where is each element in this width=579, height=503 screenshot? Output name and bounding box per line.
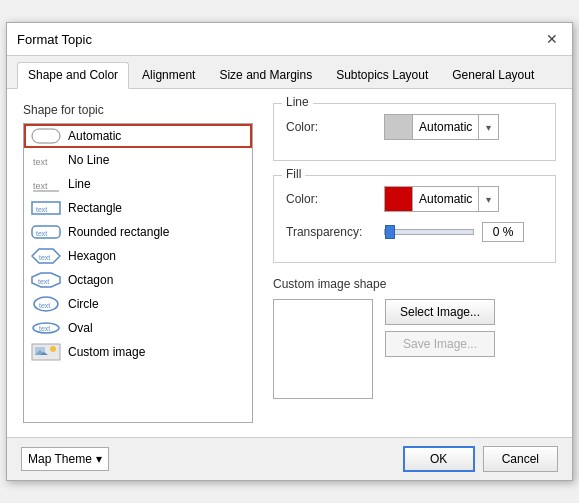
custom-image-row: Select Image... Save Image... (273, 299, 556, 399)
ok-button[interactable]: OK (403, 446, 475, 472)
transparency-row: Transparency: 0 % (286, 222, 543, 242)
tab-size-margins[interactable]: Size and Margins (208, 62, 323, 88)
line-icon: text (30, 175, 62, 193)
shape-label-rectangle: Rectangle (68, 201, 122, 215)
svg-text:text: text (36, 206, 47, 213)
tab-shape-color[interactable]: Shape and Color (17, 62, 129, 89)
right-panel: Line Color: Automatic ▾ Fill Color: (273, 103, 556, 423)
line-color-row: Color: Automatic ▾ (286, 114, 543, 140)
svg-point-20 (50, 346, 56, 352)
shape-label-automatic: Automatic (68, 129, 121, 143)
shape-label-hexagon: Hexagon (68, 249, 116, 263)
custom-image-section-label: Custom image shape (273, 277, 556, 291)
tab-general-layout[interactable]: General Layout (441, 62, 545, 88)
left-panel: Shape for topic Automatic text No Line (23, 103, 253, 423)
line-group-title: Line (282, 95, 313, 109)
fill-group-title: Fill (282, 167, 305, 181)
shape-item-hexagon[interactable]: text Hexagon (24, 244, 252, 268)
footer: Map Theme ▾ OK Cancel (7, 437, 572, 480)
custom-image-box (273, 299, 373, 399)
svg-rect-0 (32, 129, 60, 143)
octagon-icon: text (30, 271, 62, 289)
tab-alignment[interactable]: Alignment (131, 62, 206, 88)
svg-text:text: text (36, 230, 47, 237)
shape-item-no-line[interactable]: text No Line (24, 148, 252, 172)
transparency-slider-container: 0 % (384, 222, 524, 242)
fill-color-row: Color: Automatic ▾ (286, 186, 543, 212)
line-color-swatch (385, 115, 413, 139)
fill-color-swatch (385, 187, 413, 211)
shape-label-rounded-rect: Rounded rectangle (68, 225, 169, 239)
tab-subtopics-layout[interactable]: Subtopics Layout (325, 62, 439, 88)
shape-item-rectangle[interactable]: text Rectangle (24, 196, 252, 220)
theme-label: Map Theme (28, 452, 92, 466)
footer-buttons: OK Cancel (403, 446, 558, 472)
select-image-button[interactable]: Select Image... (385, 299, 495, 325)
custom-image-icon (30, 343, 62, 361)
hexagon-icon: text (30, 247, 62, 265)
svg-text:text: text (38, 278, 49, 285)
shape-item-oval[interactable]: text Oval (24, 316, 252, 340)
cancel-button[interactable]: Cancel (483, 446, 558, 472)
shape-label-line: Line (68, 177, 91, 191)
close-button[interactable]: ✕ (542, 29, 562, 49)
line-group: Line Color: Automatic ▾ (273, 103, 556, 161)
fill-group: Fill Color: Automatic ▾ Transparency: (273, 175, 556, 263)
svg-text:text: text (33, 181, 48, 191)
title-bar: Format Topic ✕ (7, 23, 572, 56)
theme-arrow-icon: ▾ (96, 452, 102, 466)
fill-color-dropdown[interactable]: Automatic ▾ (384, 186, 499, 212)
svg-text:text: text (33, 157, 48, 167)
shape-item-rounded-rect[interactable]: text Rounded rectangle (24, 220, 252, 244)
shape-item-octagon[interactable]: text Octagon (24, 268, 252, 292)
shape-section-label: Shape for topic (23, 103, 253, 117)
svg-text:text: text (39, 254, 50, 261)
line-color-arrow-icon[interactable]: ▾ (478, 115, 498, 139)
transparency-value: 0 % (482, 222, 524, 242)
custom-image-section: Custom image shape Select Image... Save … (273, 277, 556, 399)
fill-color-arrow-icon[interactable]: ▾ (478, 187, 498, 211)
theme-dropdown[interactable]: Map Theme ▾ (21, 447, 109, 471)
main-content: Shape for topic Automatic text No Line (7, 89, 572, 437)
format-topic-dialog: Format Topic ✕ Shape and Color Alignment… (6, 22, 573, 481)
line-color-dropdown[interactable]: Automatic ▾ (384, 114, 499, 140)
circle-icon: text (30, 295, 62, 313)
svg-text:text: text (39, 302, 50, 309)
shape-item-line[interactable]: text Line (24, 172, 252, 196)
rounded-rect-icon: text (30, 223, 62, 241)
transparency-label: Transparency: (286, 225, 376, 239)
shape-list[interactable]: Automatic text No Line text Line (23, 123, 253, 423)
dialog-title: Format Topic (17, 32, 92, 47)
shape-label-no-line: No Line (68, 153, 109, 167)
shape-label-custom-image: Custom image (68, 345, 145, 359)
transparency-slider-thumb[interactable] (385, 225, 395, 239)
save-image-button[interactable]: Save Image... (385, 331, 495, 357)
tab-bar: Shape and Color Alignment Size and Margi… (7, 56, 572, 89)
svg-text:text: text (39, 325, 50, 332)
theme-section: Map Theme ▾ (21, 447, 109, 471)
image-buttons: Select Image... Save Image... (385, 299, 495, 357)
no-line-icon: text (30, 151, 62, 169)
automatic-icon (30, 127, 62, 145)
oval-icon: text (30, 319, 62, 337)
shape-label-oval: Oval (68, 321, 93, 335)
line-color-label: Color: (286, 120, 376, 134)
transparency-slider-track[interactable] (384, 229, 474, 235)
shape-item-automatic[interactable]: Automatic (24, 124, 252, 148)
fill-color-label: Color: (286, 192, 376, 206)
shape-label-circle: Circle (68, 297, 99, 311)
fill-color-value: Automatic (413, 192, 478, 206)
line-color-value: Automatic (413, 120, 478, 134)
shape-label-octagon: Octagon (68, 273, 113, 287)
shape-item-custom-image[interactable]: Custom image (24, 340, 252, 364)
rectangle-icon: text (30, 199, 62, 217)
shape-item-circle[interactable]: text Circle (24, 292, 252, 316)
